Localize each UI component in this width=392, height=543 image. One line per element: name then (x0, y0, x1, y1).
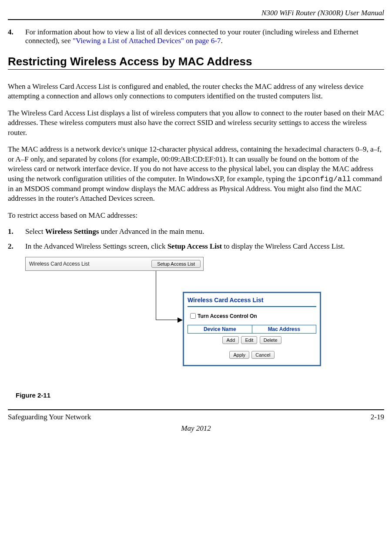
step-4: 4. For information about how to view a l… (25, 28, 384, 45)
doc-header-title: N300 WiFi Router (N300R) User Manual (8, 9, 384, 17)
access-list-strip: Wireless Card Access List Setup Access L… (25, 257, 204, 271)
footer-left: Safeguarding Your Network (8, 413, 91, 422)
apply-button[interactable]: Apply (229, 351, 249, 359)
section-rule (8, 69, 384, 70)
paragraph-2: The Wireless Card Access List displays a… (8, 108, 384, 138)
turn-access-control-label: Turn Access Control On (198, 313, 257, 319)
step-2-a: In the Advanced Wireless Settings screen… (25, 242, 168, 250)
paragraph-1: When a Wireless Card Access List is conf… (8, 82, 384, 101)
step-2: 2. In the Advanced Wireless Settings scr… (25, 242, 384, 251)
dialog-title: Wireless Card Access List (188, 297, 316, 304)
row-add-edit-delete: Add Edit Delete (188, 336, 316, 344)
step-4-text-b: . (221, 37, 223, 45)
figure-2-11: Wireless Card Access List Setup Access L… (25, 257, 338, 390)
section-heading: Restricting Wireless Access by MAC Addre… (8, 55, 384, 68)
device-table: Device Name Mac Address (188, 325, 316, 334)
arrow-head-icon (178, 317, 183, 323)
setup-access-list-button[interactable]: Setup Access List (151, 260, 201, 268)
step-1: 1. Select Wireless Settings under Advanc… (25, 227, 384, 236)
step-1-number: 1. (8, 227, 21, 236)
step-2-bold: Setup Access List (168, 242, 222, 250)
header-rule (8, 19, 384, 20)
arrow-horizontal (156, 320, 179, 320)
turn-access-control-row: Turn Access Control On (188, 312, 316, 320)
step-2-number: 2. (8, 242, 21, 251)
cross-reference-link[interactable]: "Viewing a List of Attached Devices" on … (73, 37, 221, 45)
delete-button[interactable]: Delete (260, 336, 281, 344)
paragraph-3: The MAC address is a network device's un… (8, 145, 384, 204)
step-2-c: to display the Wireless Card Access List… (222, 242, 345, 250)
paragraph-4: To restrict access based on MAC addresse… (8, 211, 384, 220)
footer-page-number: 2-19 (371, 413, 384, 422)
row-apply-cancel: Apply Cancel (188, 351, 316, 359)
command-text: ipconfig/all (298, 175, 351, 183)
step-1-c: under Advanced in the main menu. (99, 227, 204, 236)
footer-rule (8, 409, 384, 410)
step-4-number: 4. (8, 28, 21, 37)
footer-row: Safeguarding Your Network 2-19 (8, 413, 384, 422)
edit-button[interactable]: Edit (241, 336, 257, 344)
col-device-name: Device Name (188, 325, 252, 334)
step-1-bold: Wireless Settings (45, 227, 99, 236)
add-button[interactable]: Add (222, 336, 239, 344)
step-1-a: Select (25, 227, 45, 236)
arrow-vertical (156, 271, 156, 320)
table-header-row: Device Name Mac Address (188, 325, 316, 334)
turn-access-control-checkbox[interactable] (190, 313, 196, 319)
figure-caption: Figure 2-11 (16, 391, 384, 399)
wireless-card-access-list-dialog: Wireless Card Access List Turn Access Co… (183, 292, 321, 366)
footer-date: May 2012 (8, 424, 384, 433)
col-mac-address: Mac Address (252, 325, 316, 334)
cancel-button[interactable]: Cancel (251, 351, 274, 359)
dialog-rule (188, 306, 316, 307)
strip-label: Wireless Card Access List (26, 261, 151, 267)
